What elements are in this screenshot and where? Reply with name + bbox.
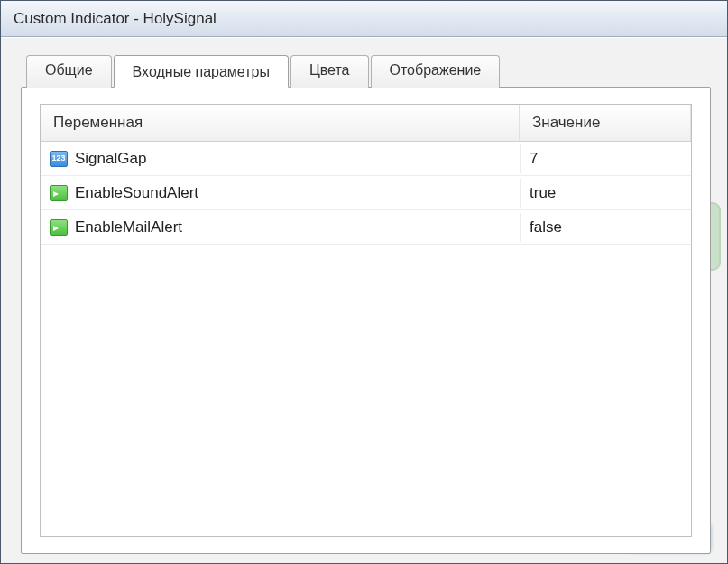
param-value: true — [530, 184, 556, 202]
param-name: EnableSoundAlert — [75, 184, 198, 202]
cell-value[interactable]: false — [520, 213, 691, 242]
dialog-window: Custom Indicator - HolySignal Общие Вход… — [0, 0, 728, 564]
cell-variable: EnableSoundAlert — [41, 179, 520, 208]
integer-icon: 123 — [50, 151, 68, 167]
tab-display[interactable]: Отображение — [371, 55, 501, 88]
cell-value[interactable]: 7 — [520, 144, 691, 173]
param-value: false — [530, 218, 562, 236]
tab-label: Цвета — [309, 62, 350, 78]
cell-variable: EnableMailAlert — [41, 213, 520, 242]
header-variable[interactable]: Переменная — [41, 105, 520, 141]
grid-row[interactable]: 123 SignalGap 7 — [41, 142, 691, 176]
param-name: SignalGap — [75, 150, 146, 168]
param-value: 7 — [530, 150, 538, 168]
param-name: EnableMailAlert — [75, 218, 182, 236]
tab-strip: Общие Входные параметры Цвета Отображени… — [21, 54, 711, 87]
cell-value[interactable]: true — [520, 179, 691, 208]
tab-general[interactable]: Общие — [26, 55, 112, 88]
boolean-icon — [50, 185, 68, 201]
window-title: Custom Indicator - HolySignal — [14, 10, 217, 28]
tab-label: Отображение — [390, 62, 482, 78]
tab-colors[interactable]: Цвета — [290, 55, 369, 88]
grid-header: Переменная Значение — [41, 105, 691, 142]
tab-label: Входные параметры — [133, 64, 270, 79]
tab-inputs[interactable]: Входные параметры — [114, 55, 289, 88]
boolean-icon — [50, 219, 68, 236]
parameters-grid: Переменная Значение 123 SignalGap 7 — [40, 104, 692, 537]
grid-row[interactable]: EnableSoundAlert true — [41, 176, 691, 210]
tab-label: Общие — [45, 62, 93, 78]
grid-row[interactable]: EnableMailAlert false — [41, 210, 691, 245]
titlebar[interactable]: Custom Indicator - HolySignal — [1, 1, 727, 37]
client-area: Общие Входные параметры Цвета Отображени… — [1, 37, 727, 563]
tab-panel-inputs: Переменная Значение 123 SignalGap 7 — [21, 87, 711, 554]
cell-variable: 123 SignalGap — [41, 144, 520, 173]
header-value[interactable]: Значение — [520, 105, 691, 141]
